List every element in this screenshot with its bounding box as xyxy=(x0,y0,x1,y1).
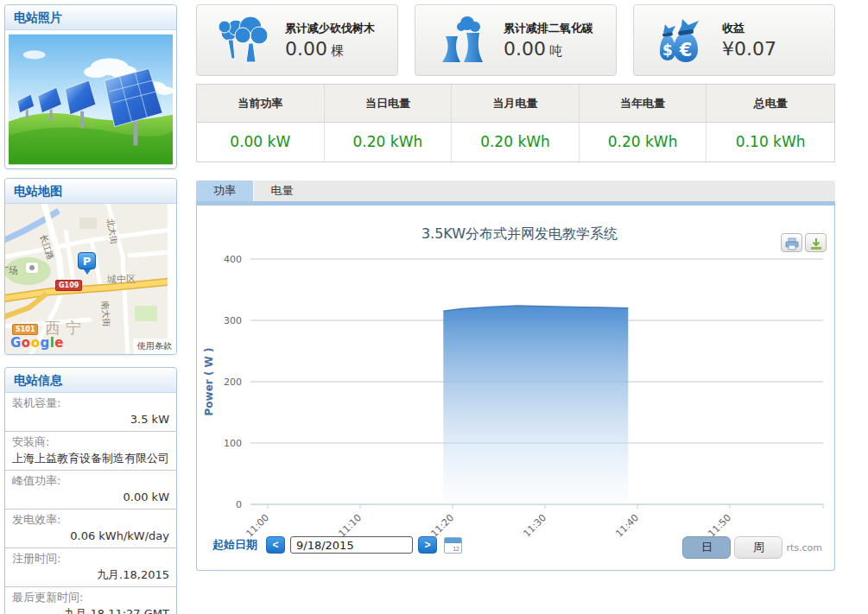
stats-value-current-power: 0.00 kW xyxy=(197,123,325,161)
google-logo[interactable]: Google xyxy=(10,335,64,351)
info-value: 九月.18,2015 xyxy=(12,567,169,583)
left-sidebar: 电站照片 xyxy=(4,4,177,614)
info-label: 注册时间: xyxy=(12,551,169,567)
next-day-button[interactable]: > xyxy=(418,536,437,554)
info-row: 安装商: 上海上益教育设备制造有限公司 xyxy=(5,432,176,471)
info-label: 发电效率: xyxy=(12,512,169,528)
date-bar: 起始日期 < > 12 日 周 rts.com xyxy=(197,536,834,562)
svg-text:11:00: 11:00 xyxy=(244,512,272,540)
svg-text:11:20: 11:20 xyxy=(429,512,457,540)
info-row: 峰值功率: 0.00 kW xyxy=(5,471,176,510)
range-toggle-group: 日 周 rts.com xyxy=(682,536,822,559)
week-range-button[interactable]: 周 xyxy=(734,536,782,559)
printer-icon xyxy=(785,237,799,250)
pv-station-dashboard: 电站照片 xyxy=(0,0,868,614)
card-value: ¥0.07 xyxy=(722,38,776,60)
google-letter: e xyxy=(54,335,64,351)
svg-text:100: 100 xyxy=(224,438,242,449)
tab-power[interactable]: 功率 xyxy=(196,180,253,201)
station-map[interactable]: 长江路 北大街 南大街 城中区 西宁 广场 G109 S101 P Google… xyxy=(5,204,176,354)
card-co2-reduced: 累计减排二氧化碳 0.00吨 xyxy=(415,4,617,76)
tab-energy[interactable]: 电量 xyxy=(253,180,310,201)
station-photo xyxy=(5,30,176,168)
svg-text:11:10: 11:10 xyxy=(337,512,364,540)
google-letter: g xyxy=(40,335,49,351)
info-label: 峰值功率: xyxy=(12,473,169,489)
card-value: 0.00 xyxy=(504,38,546,60)
prev-day-button[interactable]: < xyxy=(266,536,285,554)
photo-panel: 电站照片 xyxy=(4,4,177,169)
download-icon xyxy=(809,237,823,250)
stats-value-monthly-energy: 0.20 kWh xyxy=(452,123,580,161)
chart-tabbar: 功率 电量 xyxy=(196,180,835,201)
highcharts-watermark: rts.com xyxy=(786,542,822,554)
stats-header-yearly-energy: 当年电量 xyxy=(580,85,707,123)
stats-header-current-power: 当前功率 xyxy=(197,85,325,123)
calendar-picker-button[interactable]: 12 xyxy=(444,537,462,554)
start-date-input[interactable] xyxy=(290,536,413,554)
stats-value-yearly-energy: 0.20 kWh xyxy=(580,123,707,161)
stats-table: 当前功率 当日电量 当月电量 当年电量 总电量 0.00 kW 0.20 kWh… xyxy=(196,84,835,162)
info-value: 0.00 kW xyxy=(12,489,169,505)
card-label: 收益 xyxy=(722,21,780,36)
info-label: 最后更新时间: xyxy=(12,590,169,605)
info-label: 安装商: xyxy=(12,434,169,450)
day-range-button[interactable]: 日 xyxy=(682,536,731,559)
map-panel-title: 电站地图 xyxy=(5,179,176,204)
google-letter: o xyxy=(31,335,41,351)
power-area-chart: 010020030040011:0011:1011:2011:3011:4011… xyxy=(197,206,834,551)
map-terms-link[interactable]: 使用条款 xyxy=(133,339,176,354)
chart-panel: 功率 电量 010020030040011:0011:1011:2011:301… xyxy=(196,180,835,571)
svg-text:200: 200 xyxy=(224,377,242,388)
summary-cards: 累计减少砍伐树木 0.00棵 xyxy=(196,4,835,76)
info-value: 上海上益教育设备制造有限公司 xyxy=(12,450,169,466)
map-road-label: 南大街 xyxy=(98,301,112,327)
stats-value-total-energy: 0.10 kWh xyxy=(706,123,834,161)
svg-text:11:40: 11:40 xyxy=(614,512,642,540)
info-value: 九月.18 11:27,GMT +8,2015 xyxy=(12,605,169,614)
start-date-label: 起始日期 xyxy=(212,537,257,553)
calendar-day-number: 12 xyxy=(453,546,459,552)
info-label: 装机容量: xyxy=(12,396,169,411)
info-row: 最后更新时间: 九月.18 11:27,GMT +8,2015 xyxy=(5,587,176,614)
info-row: 发电效率: 0.06 kWh/kW/day xyxy=(5,510,176,548)
svg-text:300: 300 xyxy=(224,315,242,326)
chart-export-buttons xyxy=(781,233,827,252)
info-panel: 电站信息 装机容量: 3.5 kW 安装商: 上海上益教育设备制造有限公司 峰值… xyxy=(4,367,177,614)
svg-text:400: 400 xyxy=(224,254,242,265)
card-label: 累计减少砍伐树木 xyxy=(285,21,375,36)
photo-panel-title: 电站照片 xyxy=(5,5,176,30)
stats-header-monthly-energy: 当月电量 xyxy=(452,85,580,123)
print-chart-button[interactable] xyxy=(781,233,802,252)
trees-icon xyxy=(216,14,269,67)
svg-text:$: $ xyxy=(662,41,673,59)
card-value: 0.00 xyxy=(285,38,327,60)
download-chart-button[interactable] xyxy=(805,233,827,252)
info-value: 0.06 kWh/kW/day xyxy=(12,528,169,544)
card-income: $ € 收益 ¥0.07 xyxy=(633,4,835,76)
road-badge-g109: G109 xyxy=(55,280,82,291)
svg-text:11:50: 11:50 xyxy=(706,512,734,540)
info-row: 注册时间: 九月.18,2015 xyxy=(5,548,176,587)
card-trees-saved: 累计减少砍伐树木 0.00棵 xyxy=(196,4,398,76)
svg-text:€: € xyxy=(679,40,693,60)
svg-text:11:30: 11:30 xyxy=(522,512,549,540)
info-panel-title: 电站信息 xyxy=(5,368,176,393)
info-row: 装机容量: 3.5 kW xyxy=(5,393,176,432)
map-photo-poi-icon xyxy=(26,263,38,273)
co2-towers-icon xyxy=(434,14,488,67)
map-panel: 电站地图 xyxy=(4,178,177,355)
google-letter: o xyxy=(22,335,31,351)
income-moneybags-icon: $ € xyxy=(653,14,706,67)
stats-header-total-energy: 总电量 xyxy=(706,85,834,123)
svg-text:0: 0 xyxy=(236,499,242,510)
google-letter: G xyxy=(10,335,22,351)
map-district-label: 城中区 xyxy=(107,273,136,286)
station-map-marker[interactable]: P xyxy=(78,252,96,269)
road-badge-s101: S101 xyxy=(12,324,38,335)
map-plaza-label: 广场 xyxy=(5,264,18,277)
calendar-icon xyxy=(445,538,461,543)
card-unit: 吨 xyxy=(549,43,562,59)
solar-panels-photo-illustration xyxy=(9,34,173,165)
main-content: 累计减少砍伐树木 0.00棵 xyxy=(196,4,835,571)
